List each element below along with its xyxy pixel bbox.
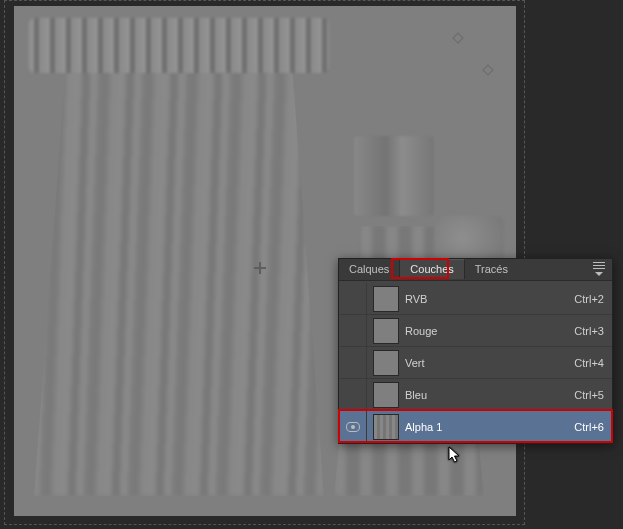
channel-row-rgb[interactable]: RVB Ctrl+2 bbox=[339, 283, 612, 315]
channel-thumbnail[interactable] bbox=[373, 286, 399, 312]
channel-name: Bleu bbox=[405, 389, 574, 401]
channel-shortcut: Ctrl+2 bbox=[574, 293, 612, 305]
tab-layers[interactable]: Calques bbox=[339, 260, 399, 279]
center-marker-icon bbox=[254, 262, 266, 274]
texture-preview-ruffle bbox=[29, 18, 329, 73]
channel-shortcut: Ctrl+5 bbox=[574, 389, 612, 401]
channel-name: Alpha 1 bbox=[405, 421, 574, 433]
channel-thumbnail[interactable] bbox=[373, 382, 399, 408]
tab-label: Couches bbox=[410, 263, 453, 275]
visibility-toggle[interactable] bbox=[339, 347, 367, 378]
channel-name: RVB bbox=[405, 293, 574, 305]
channel-list: RVB Ctrl+2 Rouge Ctrl+3 Vert Ctrl+4 Bleu… bbox=[339, 281, 612, 443]
visibility-toggle[interactable] bbox=[339, 315, 367, 346]
tab-channels[interactable]: Couches bbox=[399, 259, 464, 279]
channel-thumbnail[interactable] bbox=[373, 414, 399, 440]
eye-icon bbox=[346, 422, 360, 432]
tab-label: Calques bbox=[349, 263, 389, 275]
channels-panel: Calques Couches Tracés RVB Ctrl+2 Rouge … bbox=[338, 258, 613, 444]
visibility-toggle[interactable] bbox=[339, 379, 367, 410]
channel-shortcut: Ctrl+6 bbox=[574, 421, 612, 433]
tab-paths[interactable]: Tracés bbox=[465, 260, 518, 279]
texture-preview-main bbox=[34, 26, 324, 496]
channel-shortcut: Ctrl+3 bbox=[574, 325, 612, 337]
channel-name: Rouge bbox=[405, 325, 574, 337]
channel-row-alpha[interactable]: Alpha 1 Ctrl+6 bbox=[339, 411, 612, 443]
tab-label: Tracés bbox=[475, 263, 508, 275]
channel-name: Vert bbox=[405, 357, 574, 369]
channel-row-green[interactable]: Vert Ctrl+4 bbox=[339, 347, 612, 379]
channel-thumbnail[interactable] bbox=[373, 318, 399, 344]
panel-tabbar: Calques Couches Tracés bbox=[339, 259, 612, 281]
channel-row-red[interactable]: Rouge Ctrl+3 bbox=[339, 315, 612, 347]
channel-row-blue[interactable]: Bleu Ctrl+5 bbox=[339, 379, 612, 411]
channel-shortcut: Ctrl+4 bbox=[574, 357, 612, 369]
texture-preview-shorts bbox=[354, 136, 434, 216]
anchor-marker-icon bbox=[482, 64, 493, 75]
channel-thumbnail[interactable] bbox=[373, 350, 399, 376]
panel-menu-button[interactable] bbox=[590, 262, 608, 276]
visibility-toggle[interactable] bbox=[339, 283, 367, 314]
visibility-toggle[interactable] bbox=[339, 411, 367, 442]
anchor-marker-icon bbox=[452, 32, 463, 43]
